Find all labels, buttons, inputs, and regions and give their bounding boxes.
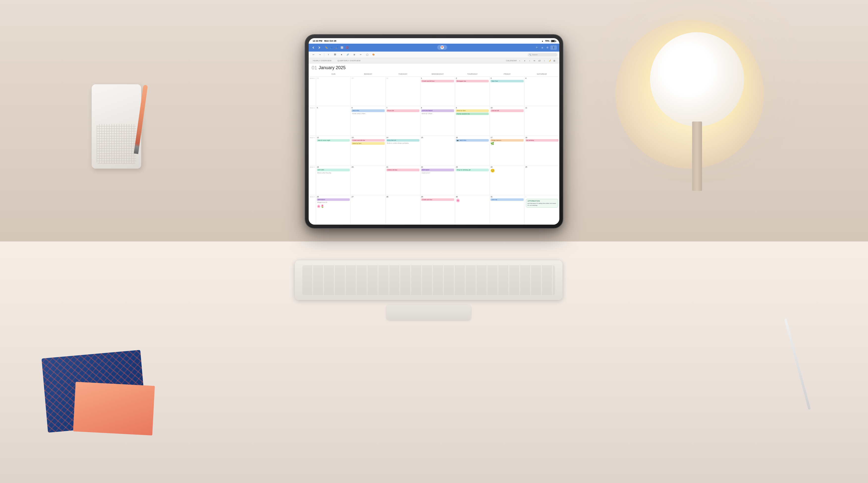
week-row-3: WEEK 3 12 date & movie night 13 Credit c… xyxy=(309,136,559,165)
event-birthday-jospin[interactable]: BIRTHDAY xyxy=(421,169,454,171)
link-tool[interactable]: 🔗 xyxy=(345,53,350,57)
cell-jan11[interactable]: 11 xyxy=(525,106,559,135)
date-jan2: 2 xyxy=(456,77,489,79)
grid-tool[interactable]: ⊞ xyxy=(540,46,545,50)
cell-dec30[interactable]: 30 xyxy=(351,77,385,106)
event-day-off[interactable]: DAY OFF xyxy=(317,169,350,171)
pencil-tool[interactable]: ✏️ xyxy=(324,46,329,50)
cell-jan15[interactable]: 15 xyxy=(421,136,455,165)
cell-jan4[interactable]: 4 xyxy=(525,77,559,106)
cell-jan30[interactable]: 30 🌸 xyxy=(455,195,490,224)
settings-button[interactable]: ⚙ xyxy=(545,46,550,50)
event-mortgage[interactable]: Mortgage due xyxy=(456,80,489,82)
event-leave-by-5[interactable]: leave by 5pm xyxy=(456,109,489,112)
cell-jan1[interactable]: 1 Credit card bill due xyxy=(421,77,455,106)
date-jan26: 26 xyxy=(317,196,350,198)
app-icon[interactable]: 📅 xyxy=(437,45,447,50)
text-tool[interactable]: T xyxy=(326,53,331,57)
cell-feb1[interactable]: 1 AFFIRMATION just because it's taking t… xyxy=(525,195,559,224)
redo-button[interactable]: ↪ xyxy=(317,53,322,57)
event-credit-card-3[interactable]: Credit card due xyxy=(421,198,454,201)
cell-jan23[interactable]: 23 Shop for birthday gift xyxy=(455,165,490,195)
event-internet-bill[interactable]: Internet bill xyxy=(491,109,523,112)
cell-jan8[interactable]: 8 APPOINTMENT dentist @ 3:30pm xyxy=(421,106,455,135)
sticker-tool[interactable]: ★ xyxy=(339,53,344,57)
share-icon[interactable]: ↑ xyxy=(542,59,547,63)
keyboard[interactable] xyxy=(295,260,562,300)
event-meeting-1[interactable]: MEETING xyxy=(351,109,384,112)
event-new-year[interactable]: New Year xyxy=(491,80,523,82)
cell-jan19[interactable]: 19 DAY OFF Martin Luther King Day xyxy=(316,165,351,195)
tag-icon[interactable]: 🏷 xyxy=(537,59,541,63)
forward-button[interactable] xyxy=(317,46,321,50)
cell-jan26[interactable]: 26 BIRTHDAY Maggie turns 29 🌸🌷 xyxy=(316,195,351,224)
event-birthday-maggie[interactable]: BIRTHDAY xyxy=(317,198,350,201)
sticker-heart: 🌸 xyxy=(456,198,489,202)
cell-jan16[interactable]: 16 📷MEETING xyxy=(455,136,490,165)
event-meeting-2[interactable]: 📷MEETING xyxy=(456,139,489,142)
cell-jan5[interactable]: 5 xyxy=(316,106,351,135)
keyboard-keys xyxy=(302,265,555,295)
cell-jan18[interactable]: 18 My birthday xyxy=(525,136,559,165)
event-utilities[interactable]: Utilities bill due xyxy=(386,169,420,171)
search-box[interactable]: 🔍 Search xyxy=(528,53,557,57)
cell-jan12[interactable]: 12 date & movie night xyxy=(316,136,351,165)
cell-jan6[interactable]: 6 MEETING remote call @ 1:45pm xyxy=(351,106,385,135)
draw-tool[interactable]: ✏ xyxy=(358,53,363,57)
cell-jan7[interactable]: 7 Phone bill xyxy=(386,106,421,135)
event-appointment[interactable]: APPOINTMENT xyxy=(421,109,454,112)
event-work-trip[interactable]: work trip xyxy=(491,198,523,201)
event-leave-by-5-2[interactable]: leave by 5pm xyxy=(351,142,384,145)
today-button[interactable]: ● xyxy=(523,59,527,63)
cell-jan29[interactable]: 29 Credit card due xyxy=(421,195,455,224)
event-follow-up[interactable]: FOLLOW UP xyxy=(386,139,420,142)
event-phone-bill[interactable]: Phone bill xyxy=(386,109,420,112)
cell-jan17[interactable]: 17 Fridge delivery 🌿 xyxy=(490,136,524,165)
edit-icon[interactable]: ✏ xyxy=(533,59,536,63)
share-button[interactable]: ↑ xyxy=(551,46,557,50)
event-credit-card-1[interactable]: Credit card bill due xyxy=(421,80,454,82)
cell-jan9[interactable]: 9 leave by 5pm Family vacation trip xyxy=(455,106,490,135)
marker-tool[interactable]: 🖌️ xyxy=(334,46,339,50)
shape-tool[interactable]: ◯ xyxy=(364,53,370,57)
pen-tool[interactable]: 🖊️ xyxy=(329,46,334,50)
event-birthday-self[interactable]: My birthday xyxy=(525,139,559,142)
event-date-night[interactable]: date & movie night xyxy=(317,139,350,142)
cell-jan27[interactable]: 27 xyxy=(351,195,385,224)
eraser-tool[interactable]: ⬜ xyxy=(340,46,344,50)
event-fridge[interactable]: Fridge delivery xyxy=(491,139,523,142)
date-jan19: 19 xyxy=(317,166,350,168)
cell-jan10[interactable]: 10 Internet bill xyxy=(490,106,524,135)
cell-jan25[interactable]: 25 xyxy=(525,165,559,195)
zoom-tool[interactable]: 🔍 xyxy=(535,46,539,50)
more-icon[interactable]: ⊞ xyxy=(552,59,556,63)
cell-jan3[interactable]: 3 New Year xyxy=(490,77,524,106)
event-credit-card-2[interactable]: Credit card bill due xyxy=(351,139,384,142)
cell-jan14[interactable]: 14 FOLLOW UP Nicole re: product design p… xyxy=(386,136,421,165)
cell-jan13[interactable]: 13 Credit card bill due leave by 5pm xyxy=(351,136,385,165)
next-month[interactable]: › xyxy=(528,59,532,63)
prev-month[interactable]: ‹ xyxy=(518,59,522,63)
lasso-tool[interactable]: ⭕ xyxy=(345,46,349,50)
table-tool[interactable]: ⊞ xyxy=(351,53,357,57)
cell-dec31[interactable]: 31 xyxy=(386,77,421,106)
event-family-vacation[interactable]: Family vacation trip xyxy=(456,113,489,115)
image-tool[interactable]: 🖼 xyxy=(332,53,338,57)
cell-jan31[interactable]: 31 work trip xyxy=(490,195,524,224)
back-button[interactable] xyxy=(311,46,316,50)
cell-jan24[interactable]: 24 🙂 xyxy=(490,165,524,195)
color-tool[interactable]: 🎨 xyxy=(371,53,376,57)
status-left: 12:43 PM Mon Oct 28 xyxy=(313,40,336,42)
cell-jan2[interactable]: 2 Mortgage due xyxy=(455,77,490,106)
note-icon[interactable]: 📝 xyxy=(548,59,551,63)
cell-dec29[interactable]: 29 xyxy=(316,77,351,106)
tab-yearly[interactable]: YEARLY OVERVIEW xyxy=(312,59,333,62)
cell-jan28[interactable]: 28 xyxy=(386,195,421,224)
cell-jan22[interactable]: 22 BIRTHDAY Jospin turns 3 xyxy=(421,165,455,195)
undo-button[interactable]: ↩ xyxy=(311,53,316,57)
event-shop-birthday[interactable]: Shop for birthday gift xyxy=(456,169,489,171)
trackpad[interactable] xyxy=(386,305,471,320)
tab-quarterly[interactable]: QUARTERLY OVERVIEW xyxy=(336,59,362,62)
cell-jan20[interactable]: 20 xyxy=(351,165,385,195)
cell-jan21[interactable]: 21 Utilities bill due xyxy=(386,165,421,195)
